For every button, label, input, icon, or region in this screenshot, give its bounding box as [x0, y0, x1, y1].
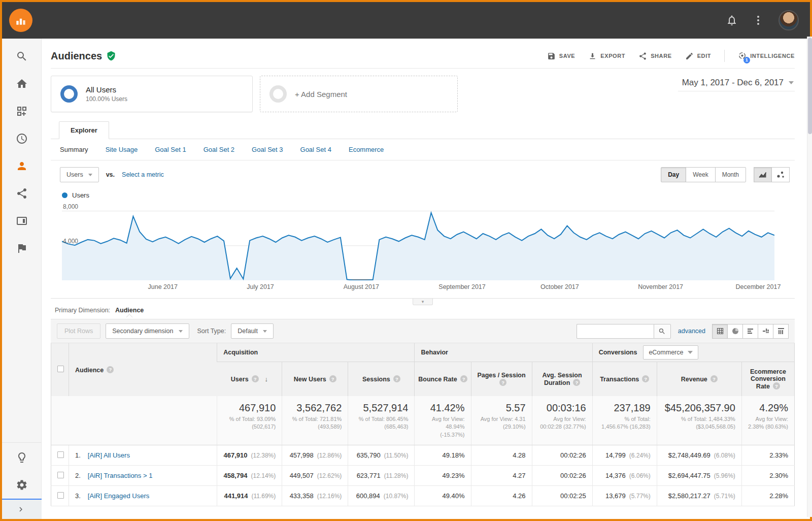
explorer-nav-ecommerce[interactable]: Ecommerce [349, 146, 384, 153]
sidebar-audience-icon[interactable] [2, 152, 42, 180]
col-header-transactions[interactable]: Transactions? [592, 362, 657, 396]
sidebar-search-icon[interactable] [2, 43, 42, 70]
cell-new-users: 449,507(12.62%) [282, 466, 348, 486]
col-header-avg-session-duration[interactable]: Avg. Session Duration? [532, 362, 592, 396]
select-metric-link[interactable]: Select a metric [122, 171, 164, 178]
help-icon[interactable]: ? [573, 379, 580, 386]
cell-sessions: 623,771(11.28%) [348, 466, 415, 486]
users-line-chart[interactable]: 8,0004,000 [62, 204, 774, 280]
user-avatar[interactable] [779, 10, 799, 30]
export-button[interactable]: EXPORT [588, 52, 625, 60]
table-row: 1.[AiR] All Users467,910(12.38%)457,998(… [51, 445, 795, 466]
explorer-nav-goal-set-2[interactable]: Goal Set 2 [204, 146, 234, 153]
secondary-dimension-dropdown[interactable]: Secondary dimension [106, 323, 189, 339]
granularity-week[interactable]: Week [686, 167, 715, 182]
page-title: Audiences [51, 50, 116, 62]
motion-chart-toggle-icon[interactable] [771, 167, 790, 182]
cell-pages-session: 4.27 [471, 466, 532, 486]
pivot-view-icon[interactable] [773, 324, 789, 339]
col-header-revenue[interactable]: Revenue? [657, 362, 741, 396]
col-header-ecommerce-conversion-rate[interactable]: Ecommerce Conversion Rate? [741, 362, 794, 396]
help-icon[interactable]: ? [773, 382, 780, 389]
chevron-down-icon [88, 174, 92, 176]
audience-column-header[interactable]: Audience? [69, 343, 217, 396]
annotations-drawer-toggle[interactable]: ▾ [413, 299, 433, 305]
plot-rows-button[interactable]: Plot Rows [57, 323, 100, 339]
row-checkbox[interactable] [57, 492, 64, 499]
analytics-logo-icon[interactable] [9, 9, 32, 32]
share-button[interactable]: SHARE [638, 52, 672, 60]
col-header-new-users[interactable]: New Users? [282, 362, 348, 396]
help-icon[interactable]: ? [107, 366, 114, 373]
explorer-nav-goal-set-3[interactable]: Goal Set 3 [252, 146, 283, 153]
totals-transactions: 237,189% of Total: 1,456.67% (16,283) [592, 396, 657, 445]
col-header-label: Users [231, 376, 249, 383]
sidebar-behavior-icon[interactable] [2, 207, 42, 235]
cell-percent: (12.16%) [317, 493, 342, 500]
sidebar-conversions-flag-icon[interactable] [2, 235, 42, 262]
date-range-selector[interactable]: May 1, 2017 - Dec 6, 2017 [678, 78, 795, 91]
col-header-pages-session[interactable]: Pages / Session? [471, 362, 532, 396]
add-segment-button[interactable]: + Add Segment [260, 76, 458, 112]
granularity-month[interactable]: Month [715, 167, 746, 182]
totals-ecommerce-conversion-rate: 4.29%Avg for View: 2.38% (80.63%) [741, 396, 794, 445]
segment-all-users[interactable]: All Users 100.00% Users [51, 76, 253, 112]
row-checkbox[interactable] [57, 451, 64, 458]
explorer-nav-site-usage[interactable]: Site Usage [106, 146, 138, 153]
totals-sub-value: Avg for View: 4.31 (29.10%) [478, 415, 526, 431]
table-view-icon[interactable] [712, 324, 728, 339]
help-icon[interactable]: ? [710, 375, 718, 382]
totals-main-value: 4.29% [748, 402, 788, 414]
metric-selector-dropdown[interactable]: Users [60, 167, 99, 182]
intelligence-button[interactable]: 1 INTELLIGENCE [738, 51, 795, 61]
primary-dimension-value[interactable]: Audience [115, 307, 144, 314]
sort-type-dropdown[interactable]: Default [231, 323, 274, 339]
explorer-nav-summary[interactable]: Summary [60, 146, 88, 153]
select-all-checkbox[interactable] [57, 366, 64, 372]
notifications-bell-icon[interactable] [726, 14, 738, 26]
sidebar-admin-gear-icon[interactable] [2, 471, 42, 499]
sidebar-customization-icon[interactable] [2, 97, 42, 125]
col-header-users[interactable]: Users?↓ [217, 362, 282, 396]
audience-segment-link[interactable]: [AiR] Transactions > 1 [88, 472, 153, 479]
percentage-pie-view-icon[interactable] [727, 324, 743, 339]
sidebar-acquisition-icon[interactable] [2, 180, 42, 207]
cell-sessions: 635,790(11.50%) [348, 445, 415, 466]
table-search-input[interactable] [577, 324, 654, 339]
conversions-type-dropdown[interactable]: eCommerce [643, 345, 698, 360]
x-axis-labels: June 2017July 2017August 2017September 2… [62, 281, 774, 294]
cell-bounce-rate: 49.40% [415, 486, 471, 506]
more-options-kebab-icon[interactable] [752, 14, 764, 26]
search-button[interactable] [654, 324, 671, 339]
help-icon[interactable]: ? [329, 375, 336, 382]
totals-row: 467,910% of Total: 93.09% (502,617)3,562… [51, 396, 795, 445]
vertical-scrollbar[interactable] [807, 37, 812, 517]
table-row: 3.[AiR] Engaged Users441,914(11.69%)433,… [51, 486, 795, 506]
advanced-filter-link[interactable]: advanced [678, 328, 705, 335]
sidebar-realtime-clock-icon[interactable] [2, 125, 42, 152]
scrollbar-thumb[interactable] [808, 38, 812, 134]
help-icon[interactable]: ? [393, 375, 400, 382]
performance-bars-view-icon[interactable] [742, 324, 758, 339]
granularity-day[interactable]: Day [661, 167, 686, 182]
tab-explorer[interactable]: Explorer [59, 121, 109, 139]
sidebar-discover-lightbulb-icon[interactable] [2, 444, 42, 471]
audience-segment-link[interactable]: [AiR] All Users [88, 451, 130, 459]
help-icon[interactable]: ? [460, 375, 467, 382]
explorer-nav-goal-set-1[interactable]: Goal Set 1 [155, 146, 186, 153]
col-header-bounce-rate[interactable]: Bounce Rate? [415, 362, 471, 396]
audience-segment-link[interactable]: [AiR] Engaged Users [88, 492, 149, 500]
line-chart-toggle-icon[interactable] [754, 167, 772, 182]
col-header-sessions[interactable]: Sessions? [348, 362, 415, 396]
edit-button[interactable]: EDIT [685, 52, 711, 60]
help-icon[interactable]: ? [642, 375, 649, 382]
explorer-nav-goal-set-4[interactable]: Goal Set 4 [300, 146, 331, 153]
save-button[interactable]: SAVE [547, 52, 576, 60]
help-icon[interactable]: ? [499, 379, 506, 386]
comparison-view-icon[interactable] [758, 324, 773, 339]
sidebar-home-icon[interactable] [2, 70, 42, 97]
row-checkbox[interactable] [57, 472, 64, 478]
row-rank: 3. [75, 492, 81, 500]
help-icon[interactable]: ? [252, 375, 259, 382]
sidebar-collapse-chevron-icon[interactable] [2, 499, 42, 519]
